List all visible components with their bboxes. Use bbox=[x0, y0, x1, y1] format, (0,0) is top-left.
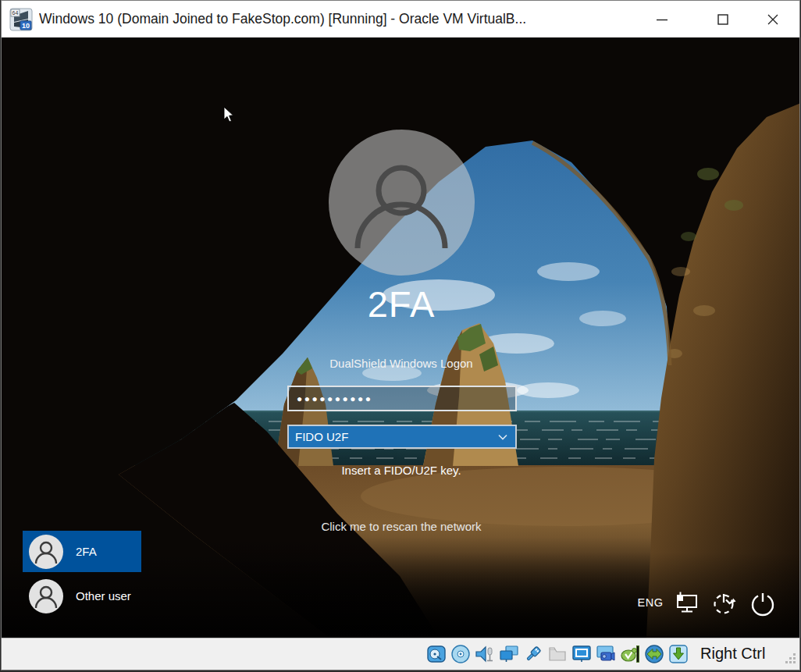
virtualbox-window: 64 10 Windows 10 (Domain Joined to FakeS… bbox=[1, 0, 800, 670]
maximize-button[interactable] bbox=[698, 1, 748, 37]
minimize-button[interactable] bbox=[637, 1, 687, 37]
maximize-icon bbox=[715, 12, 731, 27]
credential-provider-title: DualShield Windows Logon bbox=[2, 357, 800, 370]
person-icon bbox=[329, 130, 475, 276]
ease-of-access-button[interactable] bbox=[709, 588, 740, 619]
power-button[interactable] bbox=[747, 588, 778, 619]
keyboard-capture-icon[interactable] bbox=[668, 644, 689, 664]
language-indicator[interactable]: ENG bbox=[634, 596, 667, 609]
audio-icon[interactable] bbox=[475, 644, 495, 664]
fido-hint-text: Insert a FIDO/U2F key. bbox=[2, 464, 800, 477]
mouse-cursor bbox=[223, 106, 234, 126]
features-icon[interactable] bbox=[620, 644, 640, 664]
titlebar: 64 10 Windows 10 (Domain Joined to FakeS… bbox=[2, 1, 799, 37]
person-icon bbox=[29, 535, 63, 569]
network-icon[interactable] bbox=[499, 644, 519, 664]
user-tile-avatar bbox=[29, 535, 63, 569]
vbox-statusbar: Right Ctrl bbox=[2, 638, 799, 670]
user-tile-2fa[interactable]: 2FA bbox=[23, 531, 141, 572]
vm-os-icon: 64 10 bbox=[9, 8, 33, 31]
usb-devices-icon[interactable] bbox=[523, 644, 543, 664]
vm-screen: 2FA DualShield Windows Logon ●●●●●●●●●● … bbox=[2, 37, 800, 638]
signed-in-username: 2FA bbox=[2, 283, 800, 325]
ease-of-access-icon bbox=[710, 589, 739, 617]
resize-grip[interactable] bbox=[785, 653, 796, 667]
user-tile-label: 2FA bbox=[76, 545, 97, 558]
mouse-integration-icon[interactable] bbox=[644, 644, 664, 664]
user-tile-other-user[interactable]: Other user bbox=[23, 575, 141, 617]
password-mask: ●●●●●●●●●● bbox=[297, 394, 372, 404]
minimize-icon bbox=[654, 12, 670, 27]
close-icon bbox=[765, 12, 781, 27]
auth-method-value: FIDO U2F bbox=[295, 430, 497, 443]
user-tile-avatar bbox=[29, 579, 63, 613]
close-button[interactable] bbox=[748, 1, 798, 37]
svg-text:64: 64 bbox=[12, 10, 19, 16]
shared-folders-icon[interactable] bbox=[547, 644, 568, 664]
recording-icon[interactable] bbox=[596, 644, 616, 664]
power-icon bbox=[749, 590, 776, 617]
optical-drives-icon[interactable] bbox=[450, 644, 471, 664]
hard-disks-icon[interactable] bbox=[426, 644, 447, 664]
network-status-button[interactable] bbox=[671, 588, 703, 619]
user-tile-label: Other user bbox=[76, 589, 131, 603]
host-key-label: Right Ctrl bbox=[700, 645, 765, 663]
password-input[interactable]: ●●●●●●●●●● bbox=[287, 386, 517, 411]
window-title: Windows 10 (Domain Joined to FakeStop.co… bbox=[39, 11, 526, 27]
network-icon bbox=[674, 590, 700, 617]
statusbar-device-icons bbox=[426, 644, 689, 664]
chevron-down-icon bbox=[497, 431, 509, 443]
auth-method-dropdown[interactable]: FIDO U2F bbox=[287, 425, 517, 449]
svg-text:10: 10 bbox=[22, 22, 30, 30]
person-icon bbox=[29, 579, 63, 613]
display-icon[interactable] bbox=[571, 644, 592, 664]
user-avatar bbox=[329, 130, 475, 276]
